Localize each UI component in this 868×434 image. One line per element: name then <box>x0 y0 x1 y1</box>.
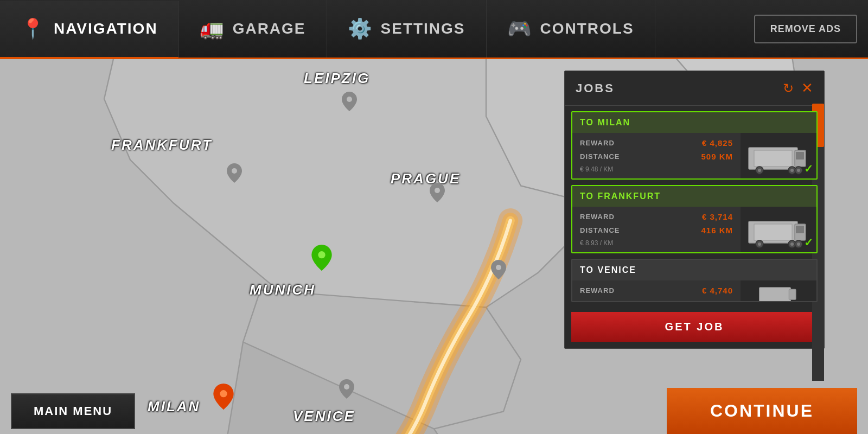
job-card-milan[interactable]: TO MILAN REWARD € 4,825 DISTANCE 509 KM … <box>571 111 818 180</box>
job-milan-body: REWARD € 4,825 DISTANCE 509 KM € 9.48 / … <box>572 133 816 178</box>
svg-point-3 <box>435 188 440 193</box>
nav-tab-garage-label: GARAGE <box>233 20 306 37</box>
nav-tab-settings[interactable]: ⚙️ SETTINGS <box>327 0 487 58</box>
job-frankfurt-per-km: € 8.93 / KM <box>580 239 733 247</box>
svg-point-15 <box>790 169 794 172</box>
pin-frankfurt <box>227 163 242 183</box>
nav-tab-controls-label: CONTROLS <box>540 20 634 37</box>
job-frankfurt-reward-value: € 3,714 <box>702 212 733 221</box>
svg-point-23 <box>758 242 761 246</box>
svg-point-1 <box>347 97 352 102</box>
job-milan-checkmark: ✓ <box>804 162 813 175</box>
job-frankfurt-reward-label: REWARD <box>580 213 615 221</box>
jobs-header-buttons: ↻ ✕ <box>783 80 813 97</box>
job-milan-distance-value: 509 KM <box>701 152 733 161</box>
job-milan-truck: ✓ <box>741 133 816 178</box>
jobs-refresh-button[interactable]: ↻ <box>783 81 794 96</box>
job-milan-reward-label: REWARD <box>580 139 615 147</box>
jobs-panel-header: JOBS ↻ ✕ <box>565 71 824 106</box>
svg-rect-9 <box>754 150 792 167</box>
nav-tab-navigation[interactable]: 📍 NAVIGATION <box>0 1 179 59</box>
job-card-frankfurt[interactable]: TO FRANKFURT REWARD € 3,714 DISTANCE 416… <box>571 185 818 253</box>
job-venice-body: REWARD € 4,740 <box>572 280 816 302</box>
top-navigation: 📍 NAVIGATION 🚛 GARAGE ⚙️ SETTINGS 🎮 CONT… <box>0 0 868 59</box>
pin-leipzig <box>342 92 357 111</box>
svg-point-27 <box>797 242 800 246</box>
job-frankfurt-distance-row: DISTANCE 416 KM <box>580 226 733 235</box>
job-frankfurt-reward-row: REWARD € 3,714 <box>580 212 733 221</box>
svg-rect-28 <box>760 288 791 302</box>
job-venice-title: TO VENICE <box>572 260 816 280</box>
truck-svg-milan <box>746 137 811 175</box>
nav-tab-navigation-label: NAVIGATION <box>54 20 158 37</box>
job-card-venice[interactable]: TO VENICE REWARD € 4,740 <box>571 259 818 302</box>
truck-svg-venice <box>746 280 811 302</box>
jobs-panel: JOBS ↻ ✕ TO MILAN REWARD € 4,825 DISTANC… <box>564 71 825 349</box>
pin-prague <box>430 183 445 202</box>
controls-icon: 🎮 <box>507 17 533 40</box>
settings-icon: ⚙️ <box>348 17 373 40</box>
job-venice-reward-label: REWARD <box>580 286 615 295</box>
job-milan-title: TO MILAN <box>572 112 816 133</box>
nav-tab-controls[interactable]: 🎮 CONTROLS <box>487 0 655 58</box>
svg-point-6 <box>318 251 325 258</box>
jobs-close-button[interactable]: ✕ <box>801 80 813 97</box>
job-milan-per-km: € 9.48 / KM <box>580 165 733 173</box>
truck-svg-frankfurt <box>746 210 811 248</box>
job-milan-info: REWARD € 4,825 DISTANCE 509 KM € 9.48 / … <box>572 133 741 178</box>
garage-icon: 🚛 <box>200 17 225 40</box>
navigation-icon: 📍 <box>21 17 46 40</box>
job-venice-truck <box>741 280 816 302</box>
job-venice-info: REWARD € 4,740 <box>572 280 741 302</box>
job-milan-reward-row: REWARD € 4,825 <box>580 138 733 148</box>
svg-point-17 <box>797 169 800 172</box>
svg-rect-19 <box>754 224 792 240</box>
get-job-button[interactable]: GET JOB <box>571 312 818 342</box>
pin-munich-current <box>311 245 332 271</box>
job-milan-reward-value: € 4,825 <box>702 138 733 148</box>
svg-rect-21 <box>796 226 804 233</box>
main-menu-button[interactable]: MAIN MENU <box>11 393 135 429</box>
svg-point-25 <box>790 242 794 246</box>
continue-button[interactable]: CONTINUE <box>667 388 857 434</box>
job-venice-reward-value: € 4,740 <box>702 286 733 295</box>
job-frankfurt-title: TO FRANKFURT <box>572 186 816 207</box>
job-frankfurt-info: REWARD € 3,714 DISTANCE 416 KM € 8.93 / … <box>572 207 741 252</box>
jobs-title: JOBS <box>576 81 615 95</box>
nav-tab-settings-label: SETTINGS <box>381 20 465 37</box>
nav-tab-garage[interactable]: 🚛 GARAGE <box>179 0 327 58</box>
job-frankfurt-truck: ✓ <box>741 207 816 252</box>
svg-rect-11 <box>796 152 804 159</box>
job-milan-distance-label: DISTANCE <box>580 152 620 161</box>
svg-point-2 <box>232 168 237 174</box>
bottom-bar: MAIN MENU CONTINUE <box>0 388 868 434</box>
job-frankfurt-checkmark: ✓ <box>804 236 813 249</box>
job-frankfurt-distance-value: 416 KM <box>701 226 733 235</box>
remove-ads-button[interactable]: REMOVE ADS <box>754 15 857 43</box>
jobs-list: TO MILAN REWARD € 4,825 DISTANCE 509 KM … <box>565 106 824 308</box>
job-venice-reward-row: REWARD € 4,740 <box>580 286 733 295</box>
svg-point-4 <box>496 265 501 270</box>
svg-point-13 <box>758 169 761 172</box>
job-frankfurt-body: REWARD € 3,714 DISTANCE 416 KM € 8.93 / … <box>572 207 816 252</box>
svg-rect-29 <box>789 289 796 299</box>
pin-austria <box>491 260 506 279</box>
job-milan-distance-row: DISTANCE 509 KM <box>580 152 733 161</box>
job-frankfurt-distance-label: DISTANCE <box>580 226 620 234</box>
